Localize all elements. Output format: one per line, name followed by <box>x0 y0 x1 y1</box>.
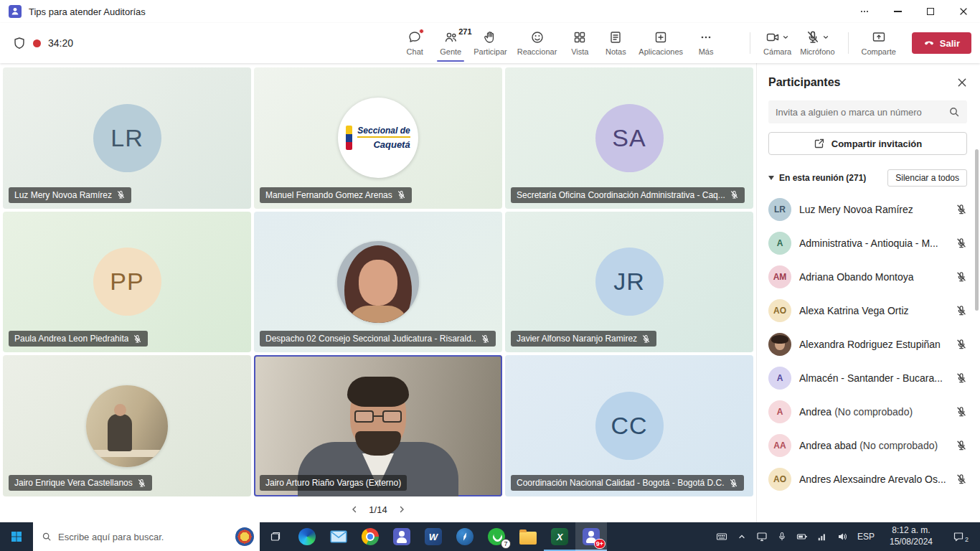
tab-chat[interactable]: Chat <box>397 24 433 62</box>
maximize-button[interactable] <box>914 0 947 23</box>
excel-app-button[interactable] <box>544 522 575 551</box>
battery-tray-button[interactable] <box>793 522 811 551</box>
invite-search-box[interactable] <box>768 100 967 123</box>
touch-keyboard-button[interactable] <box>712 522 731 551</box>
tab-view[interactable]: Vista <box>562 24 598 62</box>
close-icon <box>959 7 968 16</box>
volume-tray-button[interactable] <box>833 522 852 551</box>
taskbar-search[interactable] <box>33 522 260 551</box>
chevron-down-icon[interactable] <box>822 34 829 41</box>
tab-react[interactable]: Reaccionar <box>512 24 562 62</box>
invite-search-input[interactable] <box>776 107 943 118</box>
previous-page-button[interactable] <box>350 505 359 514</box>
search-icon[interactable] <box>948 106 960 118</box>
participant-row[interactable]: AO Alexa Katrina Vega Ortiz <box>768 293 967 327</box>
emoji-icon <box>530 30 545 44</box>
microphone-control[interactable]: Micrófono <box>796 30 839 56</box>
participant-name: Administrativa - Antioquia - M... <box>799 237 948 249</box>
mic-off-icon <box>137 479 146 488</box>
teams-app-button[interactable] <box>386 522 418 551</box>
hidden-icons-button[interactable] <box>732 522 751 551</box>
edge-app-button[interactable] <box>291 522 323 551</box>
share-invitation-button[interactable]: Compartir invitación <box>768 132 967 155</box>
participant-row[interactable]: A Almacén - Santander - Bucara... <box>768 361 967 395</box>
tab-apps[interactable]: Aplicaciones <box>633 24 688 62</box>
video-tile[interactable]: CC Coordinación Nacional Calidad - Bogot… <box>505 355 753 496</box>
camera-control[interactable]: Cámara <box>759 30 796 56</box>
next-page-button[interactable] <box>397 505 406 514</box>
share-screen-control[interactable]: Comparte <box>857 30 900 56</box>
meeting-toolbar: 34:20 Chat 271 Gente Participar Reaccion… <box>0 23 980 63</box>
mic-off-icon[interactable] <box>956 474 967 485</box>
recording-indicator-icon <box>33 39 41 47</box>
avatar: AA <box>768 434 791 457</box>
maximize-icon <box>927 8 934 15</box>
leave-button[interactable]: Salir <box>912 32 971 54</box>
video-tile[interactable]: SA Secretaría Oficina Coordinación Admin… <box>505 67 753 209</box>
avatar-initials: SA <box>612 124 646 152</box>
start-button[interactable] <box>0 522 33 551</box>
mic-off-icon[interactable] <box>956 271 967 283</box>
avatar: AM <box>768 265 791 288</box>
chrome-app-button[interactable] <box>354 522 386 551</box>
tab-raise-hand[interactable]: Participar <box>468 24 512 62</box>
windows-taskbar: 7 9+ ESP 8:12 a. m. 15/08/2024 2 <box>0 522 980 551</box>
taskbar-search-input[interactable] <box>58 532 229 542</box>
mic-off-icon[interactable] <box>956 204 967 215</box>
file-explorer-button[interactable] <box>512 522 544 551</box>
participant-row[interactable]: A Administrativa - Antioquia - M... <box>768 226 967 260</box>
chevron-up-icon <box>738 532 746 541</box>
display-tray-button[interactable] <box>753 522 771 551</box>
mic-off-icon <box>729 479 738 488</box>
mute-all-button[interactable]: Silenciar a todos <box>887 169 967 187</box>
mic-off-icon[interactable] <box>956 372 967 384</box>
in-meeting-section-header[interactable]: En esta reunión (271) <box>768 173 866 183</box>
word-app-button[interactable] <box>418 522 449 551</box>
titlebar-more-button[interactable] <box>848 0 881 23</box>
meeting-tabs: Chat 271 Gente Participar Reaccionar Vis… <box>397 24 724 62</box>
video-tile[interactable]: LR Luz Mery Novoa Ramírez <box>3 67 251 209</box>
video-tile-active-speaker[interactable]: Jairo Arturo Riaño Vargas (Externo) <box>254 355 502 496</box>
language-indicator[interactable]: ESP <box>853 532 879 542</box>
tab-notes[interactable]: Notas <box>598 24 633 62</box>
edge-icon <box>298 528 316 545</box>
avatar-photo <box>337 241 419 323</box>
mic-off-icon[interactable] <box>956 305 967 316</box>
mic-off-icon[interactable] <box>956 237 967 249</box>
teams-meeting-app-button[interactable]: 9+ <box>575 522 607 551</box>
minimize-button[interactable] <box>881 0 914 23</box>
participant-row[interactable]: Alexandra Rodriguez Estupiñan <box>768 327 967 361</box>
close-button[interactable] <box>947 0 980 23</box>
avatar: AO <box>768 299 791 322</box>
participant-row[interactable]: LR Luz Mery Novoa Ramírez <box>768 192 967 226</box>
participant-row[interactable]: AO Andres Alexsaindre Arevalo Os... <box>768 462 967 496</box>
video-stage: LR Luz Mery Novoa Ramírez Seccional de C… <box>0 63 756 522</box>
participant-row[interactable]: AA Andrea abad(No comprobado) <box>768 428 967 462</box>
teams-icon <box>393 528 410 545</box>
network-tray-button[interactable] <box>813 522 831 551</box>
mic-off-icon[interactable] <box>956 440 967 451</box>
chevron-down-icon[interactable] <box>782 34 789 41</box>
mic-off-icon[interactable] <box>956 339 967 350</box>
tab-more[interactable]: Más <box>688 24 724 62</box>
mail-app-button[interactable] <box>323 522 354 551</box>
mic-off-icon[interactable] <box>956 406 967 418</box>
task-view-button[interactable] <box>260 522 291 551</box>
participant-row[interactable]: AM Adriana Obando Montoya <box>768 260 967 293</box>
close-panel-button[interactable] <box>957 77 967 88</box>
tab-people[interactable]: 271 Gente <box>433 24 468 62</box>
compass-app-button[interactable] <box>449 522 481 551</box>
video-tile[interactable]: PP Paula Andrea Leon Piedrahita <box>3 212 251 353</box>
video-tile[interactable]: JR Javier Alfonso Naranjo Ramirez <box>505 212 753 353</box>
participant-row[interactable]: A Andrea(No comprobado) <box>768 395 967 428</box>
taskbar-clock[interactable]: 8:12 a. m. 15/08/2024 <box>880 525 942 547</box>
video-tile[interactable]: Despacho 02 Consejo Seccional Judicatura… <box>254 212 502 353</box>
panel-scrollbar[interactable] <box>975 149 979 311</box>
excel-icon <box>551 528 568 545</box>
video-tile[interactable]: Jairo Enrique Vera Castellanos <box>3 355 251 496</box>
whatsapp-app-button[interactable]: 7 <box>481 522 512 551</box>
video-tile[interactable]: Seccional de Caquetá Manuel Fernando Gom… <box>254 67 502 209</box>
action-center-button[interactable]: 2 <box>943 531 974 542</box>
microphone-tray-button[interactable] <box>773 522 791 551</box>
search-highlight-icon[interactable] <box>235 527 254 546</box>
